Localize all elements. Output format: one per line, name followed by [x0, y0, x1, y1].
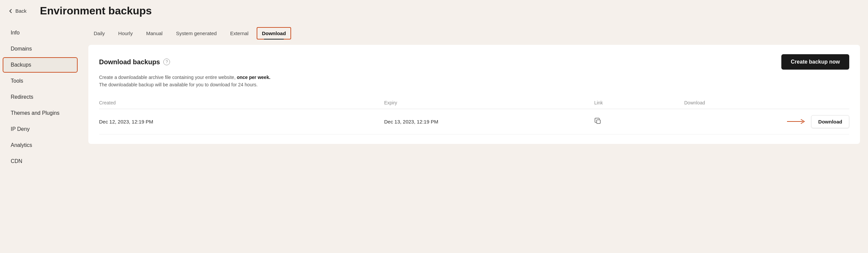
- help-icon[interactable]: ?: [163, 59, 170, 65]
- arrow-right-icon: [787, 118, 807, 125]
- back-arrow-icon: [8, 8, 13, 14]
- created-cell: Dec 12, 2023, 12:19 PM: [99, 109, 384, 134]
- page-title: Environment backups: [40, 5, 152, 17]
- download-backups-card: Download backups ? Create backup now Cre…: [88, 45, 860, 144]
- tab-system-generated[interactable]: System generated: [170, 27, 222, 39]
- sidebar-item-ip-deny[interactable]: IP Deny: [3, 122, 78, 137]
- main-layout: Info Domains Backups Tools Redirects The…: [0, 22, 868, 253]
- table-row: Dec 12, 2023, 12:19 PM Dec 13, 2023, 12:…: [99, 109, 849, 134]
- download-cell-container: Download: [684, 115, 849, 128]
- sidebar-item-redirects[interactable]: Redirects: [3, 89, 78, 105]
- tab-external[interactable]: External: [225, 27, 254, 39]
- download-button[interactable]: Download: [811, 115, 849, 128]
- col-header-download: Download: [684, 97, 849, 109]
- col-header-link: Link: [594, 97, 684, 109]
- col-header-expiry: Expiry: [384, 97, 594, 109]
- sidebar-item-tools[interactable]: Tools: [3, 73, 78, 89]
- top-bar: Back Environment backups: [0, 0, 868, 22]
- sidebar-item-info[interactable]: Info: [3, 25, 78, 40]
- sidebar-item-analytics[interactable]: Analytics: [3, 137, 78, 153]
- backups-table: Created Expiry Link Download Dec 12, 202…: [99, 97, 849, 134]
- sidebar-item-backups[interactable]: Backups: [3, 57, 78, 73]
- sidebar: Info Domains Backups Tools Redirects The…: [0, 22, 80, 253]
- card-description: Create a downloadable archive file conta…: [99, 74, 849, 89]
- col-header-created: Created: [99, 97, 384, 109]
- tabs-bar: Daily Hourly Manual System generated Ext…: [88, 22, 860, 39]
- svg-rect-0: [597, 120, 600, 124]
- back-button[interactable]: Back: [8, 8, 26, 14]
- card-title-row: Download backups ?: [99, 58, 170, 66]
- expiry-cell: Dec 13, 2023, 12:19 PM: [384, 109, 594, 134]
- card-header: Download backups ? Create backup now: [99, 54, 849, 70]
- card-title: Download backups: [99, 58, 160, 66]
- tab-daily[interactable]: Daily: [88, 27, 110, 39]
- back-label: Back: [16, 8, 26, 14]
- tab-hourly[interactable]: Hourly: [113, 27, 138, 39]
- tab-manual[interactable]: Manual: [141, 27, 168, 39]
- content-area: Daily Hourly Manual System generated Ext…: [80, 22, 868, 253]
- download-cell: Download: [684, 109, 849, 134]
- sidebar-item-cdn[interactable]: CDN: [3, 154, 78, 169]
- sidebar-item-themes-plugins[interactable]: Themes and Plugins: [3, 105, 78, 121]
- create-backup-button[interactable]: Create backup now: [781, 54, 849, 70]
- tab-download[interactable]: Download: [257, 27, 291, 39]
- sidebar-item-domains[interactable]: Domains: [3, 41, 78, 57]
- link-cell: [594, 109, 684, 134]
- copy-link-icon[interactable]: [594, 118, 602, 125]
